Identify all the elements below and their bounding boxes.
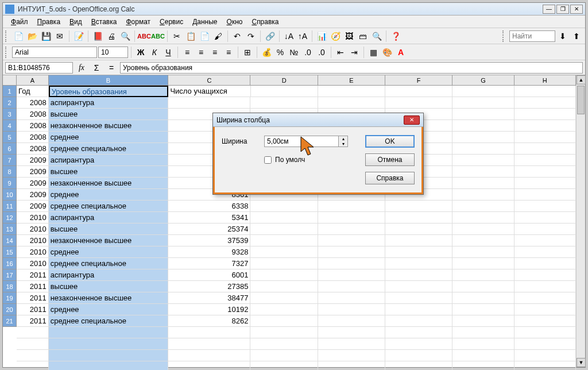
cell-empty[interactable]: [452, 327, 514, 338]
cell-H4[interactable]: [514, 120, 576, 132]
cell-B16[interactable]: среднее специальное: [49, 258, 169, 269]
cell-D15[interactable]: [250, 246, 318, 258]
menu-вид[interactable]: Вид: [65, 17, 87, 27]
fontcolor-icon[interactable]: A: [394, 46, 407, 59]
column-header-D[interactable]: D: [250, 75, 318, 85]
cell-G6[interactable]: [452, 143, 514, 155]
sort-desc-icon[interactable]: ↑A: [296, 30, 309, 43]
cell-H7[interactable]: [514, 155, 576, 166]
row-header-1[interactable]: 1: [3, 86, 17, 97]
cell-empty[interactable]: [168, 338, 250, 350]
select-all-corner[interactable]: [3, 75, 17, 86]
cell-A8[interactable]: 2009: [17, 166, 49, 178]
navigator-icon[interactable]: 🧭: [329, 30, 342, 43]
bgcolor-icon[interactable]: 🎨: [381, 46, 393, 59]
cell-B3[interactable]: высшее: [49, 109, 169, 120]
find-input[interactable]: [509, 30, 555, 42]
cell-empty[interactable]: [318, 338, 385, 350]
cell-C1[interactable]: Число учащихся: [168, 86, 250, 97]
cell-F20[interactable]: [385, 304, 452, 315]
cell-empty[interactable]: [385, 361, 452, 370]
dialog-titlebar[interactable]: Ширина столбца ✕: [213, 113, 423, 127]
print-icon[interactable]: 🖨: [105, 30, 118, 43]
font-size-input[interactable]: [98, 47, 128, 58]
undo-icon[interactable]: ↶: [231, 30, 243, 43]
cell-C14[interactable]: 37539: [168, 235, 250, 246]
row-header-21[interactable]: 21: [3, 315, 17, 327]
cell-F17[interactable]: [385, 269, 452, 281]
cell-E17[interactable]: [318, 269, 385, 281]
cell-A6[interactable]: 2008: [17, 143, 49, 155]
cell-A5[interactable]: 2008: [17, 132, 49, 143]
toolbar-handle-2[interactable]: [5, 47, 9, 58]
cell-empty[interactable]: [250, 361, 318, 370]
cell-G21[interactable]: [452, 315, 514, 327]
cell-G4[interactable]: [452, 120, 514, 132]
row-header-8[interactable]: 8: [3, 166, 17, 178]
cell-D14[interactable]: [250, 235, 318, 246]
find-next-icon[interactable]: ⬇: [556, 30, 569, 43]
cell-A3[interactable]: 2008: [17, 109, 49, 120]
cell-H16[interactable]: [514, 258, 576, 269]
borders-icon[interactable]: ▦: [367, 46, 380, 59]
cell-C17[interactable]: 6001: [168, 269, 250, 281]
row-header-19[interactable]: 19: [3, 292, 17, 304]
justify-icon[interactable]: ≡: [222, 46, 235, 59]
row-header-17[interactable]: 17: [3, 269, 17, 281]
row-header-13[interactable]: 13: [3, 223, 17, 235]
default-checkbox[interactable]: [264, 156, 272, 164]
cell-G11[interactable]: [452, 201, 514, 212]
cell-B20[interactable]: среднее: [49, 304, 169, 315]
menu-справка[interactable]: Справка: [247, 17, 283, 27]
name-box[interactable]: [5, 62, 73, 74]
menu-файл[interactable]: Файл: [6, 17, 33, 27]
cell-E14[interactable]: [318, 235, 385, 246]
menu-формат[interactable]: Формат: [121, 17, 155, 27]
cell-B18[interactable]: высшее: [49, 281, 169, 292]
new-icon[interactable]: 📄: [12, 30, 25, 43]
cell-empty[interactable]: [168, 327, 250, 338]
cell-A9[interactable]: 2009: [17, 178, 49, 189]
cell-H1[interactable]: [514, 86, 576, 97]
cell-A12[interactable]: 2010: [17, 212, 49, 223]
column-header-A[interactable]: A: [17, 75, 49, 85]
increase-indent-icon[interactable]: ⇥: [348, 46, 361, 59]
cell-H2[interactable]: [514, 97, 576, 109]
cell-empty[interactable]: [514, 350, 576, 361]
cell-H14[interactable]: [514, 235, 576, 246]
cell-G3[interactable]: [452, 109, 514, 120]
cell-empty[interactable]: [250, 338, 318, 350]
cell-empty[interactable]: [49, 361, 169, 370]
close-button[interactable]: ✕: [570, 5, 583, 14]
cell-B2[interactable]: аспирантура: [49, 97, 169, 109]
cell-B4[interactable]: незаконченное высшее: [49, 120, 169, 132]
currency-icon[interactable]: 💰: [260, 46, 273, 59]
width-spinner[interactable]: ▴▾: [339, 136, 348, 147]
underline-icon[interactable]: Ч: [162, 46, 175, 59]
scroll-up-icon[interactable]: ▲: [577, 75, 586, 84]
italic-icon[interactable]: К: [148, 46, 161, 59]
cell-A10[interactable]: 2009: [17, 189, 49, 201]
cell-H13[interactable]: [514, 223, 576, 235]
row-header-4[interactable]: 4: [3, 120, 17, 132]
row-header-3[interactable]: 3: [3, 109, 17, 120]
row-header-16[interactable]: 16: [3, 258, 17, 269]
cell-H15[interactable]: [514, 246, 576, 258]
cell-A20[interactable]: 2011: [17, 304, 49, 315]
align-right-icon[interactable]: ≡: [208, 46, 221, 59]
cell-E21[interactable]: [318, 315, 385, 327]
cell-G20[interactable]: [452, 304, 514, 315]
cell-G15[interactable]: [452, 246, 514, 258]
cell-H5[interactable]: [514, 132, 576, 143]
cell-H11[interactable]: [514, 201, 576, 212]
cell-G7[interactable]: [452, 155, 514, 166]
row-header-20[interactable]: 20: [3, 304, 17, 315]
cell-H19[interactable]: [514, 292, 576, 304]
open-icon[interactable]: 📂: [26, 30, 38, 43]
font-name-input[interactable]: [12, 47, 97, 58]
cell-H9[interactable]: [514, 178, 576, 189]
cell-F12[interactable]: [385, 212, 452, 223]
cell-D1[interactable]: [251, 86, 318, 97]
cell-empty[interactable]: [17, 350, 49, 361]
datasource-icon[interactable]: 🗃: [357, 30, 369, 43]
